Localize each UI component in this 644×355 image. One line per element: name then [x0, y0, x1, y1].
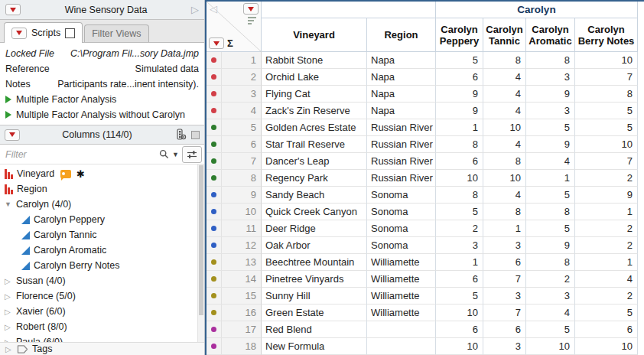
value-cell[interactable]: 3	[483, 338, 526, 355]
vineyard-cell[interactable]: Orchid Lake	[262, 69, 367, 86]
tab-filter-views[interactable]: Filter Views	[84, 24, 148, 42]
vineyard-cell[interactable]: New Formula	[262, 338, 367, 355]
row-number-cell[interactable]: 8	[222, 170, 262, 187]
value-cell[interactable]: 6	[436, 153, 483, 170]
row-state-cell[interactable]	[207, 237, 222, 254]
value-cell[interactable]: 3	[526, 103, 575, 119]
value-cell[interactable]: 8	[483, 204, 526, 220]
expand-collapsed-icon[interactable]: ▷	[5, 345, 13, 353]
value-cell[interactable]: 5	[575, 103, 638, 119]
value-cell[interactable]: 3	[483, 237, 526, 254]
column-header[interactable]: Carolyn Peppery	[436, 18, 483, 52]
sort-order-icon[interactable]	[248, 17, 256, 24]
expand-expanded-icon[interactable]: ▼	[5, 200, 12, 208]
region-cell[interactable]: Napa	[367, 86, 436, 103]
value-cell[interactable]: 1	[575, 254, 638, 271]
vineyard-cell[interactable]: Green Estate	[262, 305, 367, 321]
script-item[interactable]: Multiple Factor Analysis without Carolyn	[5, 107, 199, 122]
column-item[interactable]: ▼Carolyn (4/0)	[0, 197, 204, 212]
value-cell[interactable]: 10	[436, 338, 483, 355]
value-cell[interactable]: 1	[436, 119, 483, 136]
row-number-cell[interactable]: 18	[222, 338, 262, 355]
vineyard-cell[interactable]: Deer Ridge	[262, 220, 367, 237]
row-number-cell[interactable]: 9	[222, 187, 262, 204]
value-cell[interactable]: 8	[526, 254, 575, 271]
summation-icon[interactable]: Σ	[227, 37, 233, 49]
value-cell[interactable]: 8	[526, 52, 575, 69]
value-cell[interactable]: 9	[526, 237, 575, 254]
row-state-cell[interactable]	[207, 220, 222, 237]
row-number-cell[interactable]: 17	[222, 321, 262, 338]
vineyard-cell[interactable]: Flying Cat	[262, 86, 367, 103]
expand-collapsed-icon[interactable]: ▷	[5, 323, 12, 331]
value-cell[interactable]: 6	[483, 321, 526, 338]
column-item[interactable]: ▷Xavier (6/0)	[0, 304, 204, 319]
vineyard-cell[interactable]: Beechtree Mountain	[262, 254, 367, 271]
value-cell[interactable]: 10	[575, 136, 638, 153]
row-number-cell[interactable]: 10	[222, 204, 262, 220]
tags-row[interactable]: ▷ Tags	[0, 342, 204, 355]
region-cell[interactable]: Sonoma	[367, 237, 436, 254]
vineyard-cell[interactable]: Oak Arbor	[262, 237, 367, 254]
region-cell[interactable]: Williamette	[367, 288, 436, 305]
row-number-cell[interactable]: 12	[222, 237, 262, 254]
vineyard-cell[interactable]: Golden Acres Estate	[262, 119, 367, 136]
search-icon[interactable]	[159, 149, 169, 159]
column-item[interactable]: Carolyn Aromatic	[0, 243, 204, 258]
row-state-cell[interactable]	[207, 153, 222, 170]
value-cell[interactable]: 9	[575, 187, 638, 204]
value-cell[interactable]: 7	[575, 69, 638, 86]
region-cell[interactable]: Napa	[367, 52, 436, 69]
value-cell[interactable]: 8	[575, 86, 638, 103]
value-cell[interactable]: 5	[575, 305, 638, 321]
value-cell[interactable]: 1	[483, 220, 526, 237]
value-cell[interactable]: 8	[436, 187, 483, 204]
value-cell[interactable]: 9	[526, 86, 575, 103]
column-item[interactable]: ▷Susan (4/0)	[0, 273, 204, 288]
row-number-cell[interactable]: 3	[222, 86, 262, 103]
row-state-cell[interactable]	[207, 321, 222, 338]
value-cell[interactable]: 4	[483, 86, 526, 103]
column-item[interactable]: Vineyard✱	[0, 166, 204, 181]
expand-collapsed-icon[interactable]: ▷	[5, 277, 12, 285]
vineyard-cell[interactable]: Quick Creek Canyon	[262, 204, 367, 220]
region-cell[interactable]: Sonoma	[367, 220, 436, 237]
value-cell[interactable]: 7	[575, 153, 638, 170]
column-item[interactable]: Region	[0, 181, 204, 197]
column-item[interactable]: ▷Paula (6/0)	[0, 334, 204, 342]
value-cell[interactable]: 3	[526, 288, 575, 305]
vineyard-cell[interactable]: Red Blend	[262, 321, 367, 338]
region-cell[interactable]: Sonoma	[367, 187, 436, 204]
row-state-cell[interactable]	[207, 254, 222, 271]
row-state-cell[interactable]	[207, 305, 222, 321]
row-state-cell[interactable]	[207, 187, 222, 204]
value-cell[interactable]: 2	[526, 271, 575, 288]
row-state-cell[interactable]	[207, 52, 222, 69]
row-state-cell[interactable]	[207, 69, 222, 86]
region-cell[interactable]: Russian River	[367, 119, 436, 136]
column-item[interactable]: Carolyn Berry Notes	[0, 258, 204, 273]
row-number-cell[interactable]: 6	[222, 136, 262, 153]
region-cell[interactable]: Russian River	[367, 170, 436, 187]
row-state-cell[interactable]	[207, 204, 222, 220]
value-cell[interactable]: 4	[483, 187, 526, 204]
value-cell[interactable]: 10	[436, 305, 483, 321]
value-cell[interactable]: 5	[526, 119, 575, 136]
value-cell[interactable]: 10	[526, 338, 575, 355]
region-cell[interactable]: Williamette	[367, 254, 436, 271]
value-cell[interactable]: 1	[436, 254, 483, 271]
row-state-cell[interactable]	[207, 288, 222, 305]
value-cell[interactable]: 5	[436, 204, 483, 220]
scripts-red-triangle-button[interactable]	[11, 28, 27, 39]
row-number-cell[interactable]: 2	[222, 69, 262, 86]
search-options-caret-icon[interactable]: ▼	[172, 151, 179, 158]
columns-red-triangle-button[interactable]	[5, 129, 20, 141]
vineyard-cell[interactable]: Sunny Hill	[262, 288, 367, 305]
value-cell[interactable]: 2	[575, 170, 638, 187]
value-cell[interactable]: 6	[575, 321, 638, 338]
hide-columns-panel-icon[interactable]: ◁	[210, 3, 217, 15]
row-number-cell[interactable]: 4	[222, 103, 262, 119]
column-header[interactable]: Carolyn Berry Notes	[575, 18, 638, 52]
row-state-cell[interactable]	[207, 338, 222, 355]
value-cell[interactable]: 4	[483, 136, 526, 153]
